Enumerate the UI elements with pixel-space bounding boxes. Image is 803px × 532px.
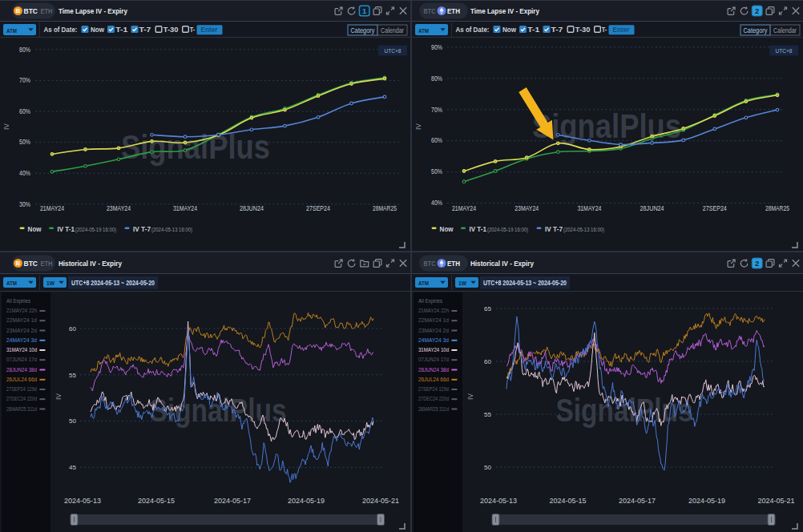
svg-text:28MAR25 311d: 28MAR25 311d	[6, 405, 37, 413]
svg-text:ETH: ETH	[447, 6, 460, 15]
svg-text:IV T-7: IV T-7	[133, 225, 151, 233]
svg-text:2024-05-15: 2024-05-15	[138, 497, 175, 505]
svg-text:ETH: ETH	[41, 6, 53, 15]
svg-text:(2024-05-13 16:00): (2024-05-13 16:00)	[151, 227, 192, 233]
svg-text:27SEP24 129d: 27SEP24 129d	[418, 385, 449, 393]
svg-text:30%: 30%	[19, 200, 31, 208]
svg-text:27SEP24: 27SEP24	[703, 204, 727, 212]
svg-text:IV T-1: IV T-1	[58, 225, 75, 233]
svg-text:Calendar: Calendar	[381, 26, 404, 34]
svg-text:23MAY24 2d: 23MAY24 2d	[6, 327, 37, 334]
svg-text:T-30: T-30	[163, 26, 179, 34]
svg-text:27DEC24 220d: 27DEC24 220d	[6, 395, 37, 402]
svg-text:23MAY24: 23MAY24	[514, 204, 539, 212]
svg-text:28MAR25 311d: 28MAR25 311d	[418, 405, 449, 413]
svg-text:B: B	[16, 260, 21, 267]
svg-text:T-: T-	[602, 26, 607, 34]
svg-text:BTC: BTC	[424, 6, 436, 15]
svg-text:ATM: ATM	[6, 280, 17, 287]
svg-text:31MAY24 10d: 31MAY24 10d	[6, 346, 37, 353]
svg-text:55: 55	[69, 372, 76, 379]
svg-text:T-30: T-30	[575, 26, 591, 34]
svg-text:80%: 80%	[19, 46, 31, 54]
svg-text:ATM: ATM	[6, 27, 17, 34]
svg-text:UTC+8 2024-05-13 ~ 2024-05-20: UTC+8 2024-05-13 ~ 2024-05-20	[71, 279, 155, 287]
svg-text:22MAY24 1d: 22MAY24 1d	[6, 316, 37, 324]
svg-text:2024-05-13: 2024-05-13	[480, 497, 517, 505]
svg-text:2024-05-15: 2024-05-15	[549, 497, 586, 505]
svg-text:Category: Category	[744, 26, 769, 34]
svg-text:1W: 1W	[458, 280, 466, 287]
svg-text:65: 65	[484, 305, 491, 312]
svg-text:28JUN24: 28JUN24	[240, 204, 264, 212]
svg-text:Time Lapse IV - Expiry: Time Lapse IV - Expiry	[59, 6, 128, 15]
svg-text:28JUN24: 28JUN24	[640, 204, 664, 212]
svg-text:As of Date:: As of Date:	[44, 26, 78, 34]
svg-text:SignalPlus: SignalPlus	[532, 107, 681, 145]
svg-text:Calendar: Calendar	[773, 26, 797, 34]
svg-text:ETH: ETH	[41, 259, 53, 268]
svg-text:(2024-05-19 16:00): (2024-05-19 16:00)	[75, 227, 116, 233]
svg-text:2024-05-19: 2024-05-19	[688, 497, 725, 505]
svg-text:IV: IV	[54, 393, 63, 400]
svg-text:21MAY24: 21MAY24	[452, 204, 476, 212]
svg-text:Now: Now	[28, 225, 42, 233]
svg-text:BTC: BTC	[24, 259, 38, 268]
svg-text:90%: 90%	[431, 43, 443, 51]
svg-text:UTC+8: UTC+8	[385, 47, 402, 54]
svg-text:Historical IV - Expiry: Historical IV - Expiry	[59, 259, 123, 268]
svg-text:2: 2	[755, 259, 759, 268]
svg-text:Now: Now	[502, 26, 516, 34]
svg-text:70%: 70%	[431, 106, 443, 114]
svg-text:2024-05-17: 2024-05-17	[619, 497, 656, 505]
svg-text:28MAR25: 28MAR25	[765, 204, 789, 212]
svg-text:07JUN24 17d: 07JUN24 17d	[6, 356, 37, 363]
svg-text:(2024-05-19 16:00): (2024-05-19 16:00)	[487, 227, 528, 233]
svg-text:T-1: T-1	[115, 26, 127, 34]
svg-text:26JUL24 66d: 26JUL24 66d	[418, 376, 449, 383]
svg-text:IV: IV	[2, 123, 10, 130]
svg-text:2: 2	[755, 6, 759, 15]
svg-text:60: 60	[484, 358, 491, 365]
svg-text:27SEP24 129d: 27SEP24 129d	[6, 385, 37, 393]
svg-text:ETH: ETH	[447, 259, 460, 268]
svg-text:60%: 60%	[19, 107, 31, 115]
svg-text:Now: Now	[440, 225, 454, 233]
svg-text:50%: 50%	[19, 138, 31, 146]
svg-text:07JUN24 17d: 07JUN24 17d	[418, 356, 449, 363]
svg-text:BTC: BTC	[24, 6, 38, 15]
svg-text:31MAY24 10d: 31MAY24 10d	[418, 346, 449, 353]
svg-text:55: 55	[484, 411, 491, 418]
svg-text:28JUN24 38d: 28JUN24 38d	[6, 366, 37, 373]
svg-text:ATM: ATM	[418, 27, 429, 34]
svg-text:28MAR25: 28MAR25	[373, 204, 397, 212]
svg-text:50: 50	[69, 417, 76, 425]
svg-text:27SEP24: 27SEP24	[306, 204, 330, 212]
svg-text:(2024-05-13 16:00): (2024-05-13 16:00)	[563, 227, 604, 233]
svg-text:21MAY24: 21MAY24	[40, 204, 64, 212]
svg-text:IV T-7: IV T-7	[545, 225, 563, 233]
svg-text:60: 60	[69, 325, 76, 332]
svg-text:80%: 80%	[431, 75, 443, 83]
svg-text:2024-05-21: 2024-05-21	[757, 497, 794, 505]
svg-text:1: 1	[362, 6, 367, 15]
svg-text:21MAY24 22h: 21MAY24 22h	[418, 307, 449, 314]
svg-text:T-: T-	[190, 26, 196, 34]
svg-text:40%: 40%	[431, 199, 443, 207]
svg-text:Category: Category	[351, 26, 376, 34]
svg-text:2024-05-21: 2024-05-21	[362, 497, 399, 505]
svg-text:All Expiries: All Expiries	[6, 297, 30, 304]
svg-text:Historical IV - Expiry: Historical IV - Expiry	[470, 259, 535, 268]
svg-text:Enter: Enter	[201, 26, 219, 34]
svg-text:26JUL24 66d: 26JUL24 66d	[6, 376, 37, 383]
svg-text:23MAY24 2d: 23MAY24 2d	[418, 327, 449, 334]
svg-text:31MAY24: 31MAY24	[577, 204, 601, 212]
svg-text:2024-05-13: 2024-05-13	[64, 497, 101, 505]
svg-text:Time Lapse IV - Expiry: Time Lapse IV - Expiry	[470, 6, 540, 15]
svg-text:Enter: Enter	[613, 26, 631, 34]
svg-text:40%: 40%	[19, 169, 31, 177]
svg-text:22MAY24 1d: 22MAY24 1d	[418, 316, 449, 324]
svg-text:2024-05-17: 2024-05-17	[214, 497, 251, 505]
svg-text:All Expiries: All Expiries	[418, 297, 442, 304]
svg-text:21MAY24 22h: 21MAY24 22h	[6, 307, 37, 314]
